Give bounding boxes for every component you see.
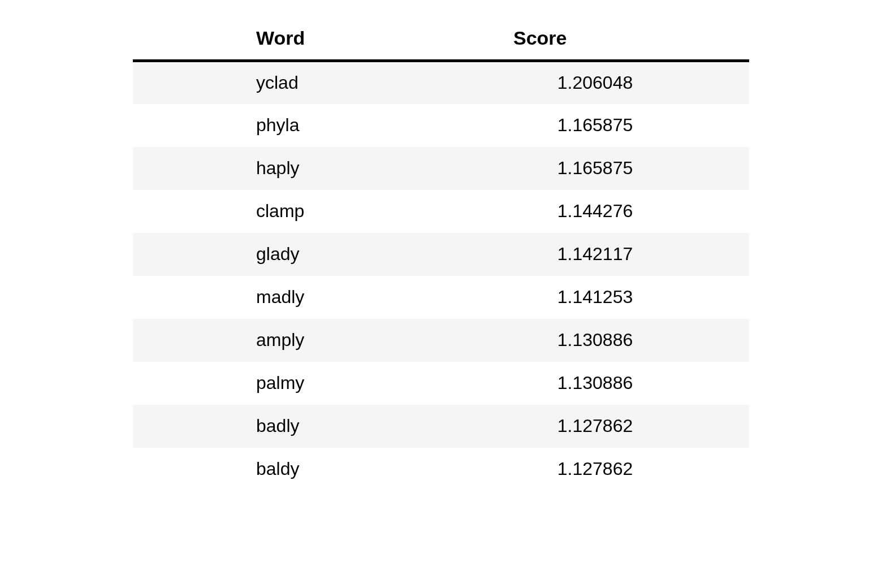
cell-word: palmy (133, 362, 441, 405)
table-body: yclad 1.206048 phyla 1.165875 haply 1.16… (133, 61, 749, 491)
cell-score: 1.165875 (441, 147, 749, 190)
cell-word: clamp (133, 190, 441, 233)
table-row: haply 1.165875 (133, 147, 749, 190)
cell-word: yclad (133, 61, 441, 104)
table-header: Word Score (133, 17, 749, 61)
table-row: baldy 1.127862 (133, 448, 749, 491)
cell-word: madly (133, 276, 441, 319)
table-row: badly 1.127862 (133, 405, 749, 448)
cell-score: 1.127862 (441, 448, 749, 491)
table-row: phyla 1.165875 (133, 104, 749, 147)
table-row: yclad 1.206048 (133, 61, 749, 104)
word-score-table: Word Score yclad 1.206048 phyla 1.165875… (133, 17, 749, 491)
header-word: Word (133, 17, 441, 61)
cell-word: haply (133, 147, 441, 190)
cell-score: 1.141253 (441, 276, 749, 319)
header-row: Word Score (133, 17, 749, 61)
cell-word: badly (133, 405, 441, 448)
cell-score: 1.165875 (441, 104, 749, 147)
table-row: glady 1.142117 (133, 233, 749, 276)
cell-score: 1.130886 (441, 362, 749, 405)
table-row: palmy 1.130886 (133, 362, 749, 405)
cell-score: 1.206048 (441, 61, 749, 104)
cell-word: baldy (133, 448, 441, 491)
cell-word: amply (133, 319, 441, 362)
cell-word: glady (133, 233, 441, 276)
cell-score: 1.127862 (441, 405, 749, 448)
cell-score: 1.130886 (441, 319, 749, 362)
table-row: amply 1.130886 (133, 319, 749, 362)
cell-score: 1.144276 (441, 190, 749, 233)
data-table: Word Score yclad 1.206048 phyla 1.165875… (133, 17, 749, 491)
cell-word: phyla (133, 104, 441, 147)
header-score: Score (441, 17, 749, 61)
cell-score: 1.142117 (441, 233, 749, 276)
table-row: madly 1.141253 (133, 276, 749, 319)
table-row: clamp 1.144276 (133, 190, 749, 233)
